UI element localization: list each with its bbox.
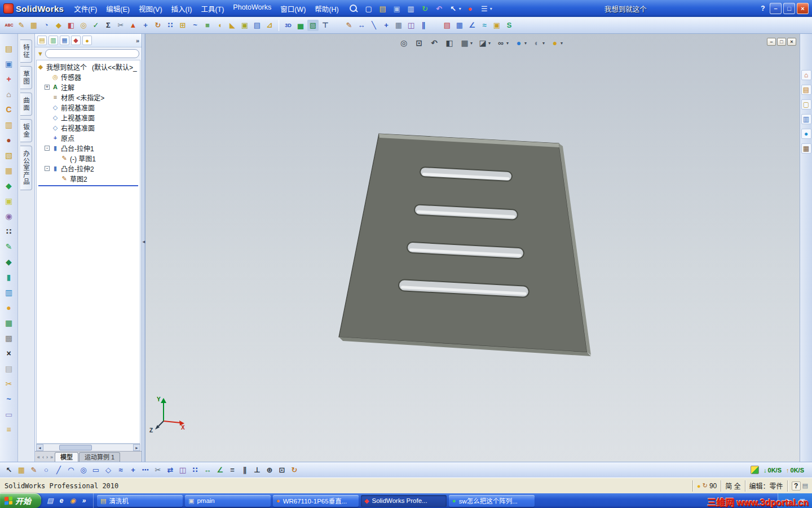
dimxpertmanager-tab-icon[interactable]: ◆: [71, 36, 81, 45]
start-button[interactable]: 开始: [0, 493, 41, 508]
arc-tool-icon[interactable]: C: [3, 104, 15, 115]
curve-icon[interactable]: ~: [189, 20, 201, 31]
sensor-icon[interactable]: ◎: [78, 20, 89, 31]
tray-icon-volume[interactable]: ◆: [785, 497, 789, 505]
equal-icon[interactable]: =: [227, 465, 238, 476]
tree-item[interactable]: ✎ (-) 草图1: [37, 153, 140, 163]
equations-icon[interactable]: Σ: [103, 20, 114, 31]
menu-item[interactable]: 插入(I): [167, 1, 197, 16]
tree-root-item[interactable]: ◆ 我想到就这个 (默认<<默认>_: [37, 62, 140, 72]
green-pencil-icon[interactable]: ✎: [3, 241, 15, 252]
parallel-icon[interactable]: ∥: [239, 465, 250, 476]
database-icon[interactable]: ▥: [3, 287, 15, 298]
rollback-bar[interactable]: [38, 185, 138, 186]
rotate-icon[interactable]: ↻: [152, 20, 164, 31]
tree-item[interactable]: ✎ 草图2: [37, 173, 140, 183]
clipboard-icon[interactable]: ▣: [3, 58, 15, 69]
mirror-entities-icon[interactable]: ◫: [405, 20, 417, 31]
doc-restore-button[interactable]: □: [777, 38, 786, 46]
point-tool-icon[interactable]: +: [127, 465, 139, 476]
offset-entities-icon[interactable]: ∥: [418, 20, 429, 31]
menu-item[interactable]: 编辑(E): [102, 1, 134, 16]
expander-icon[interactable]: -: [45, 146, 50, 151]
tray-icon-antivirus[interactable]: ●: [793, 497, 797, 504]
rectangle-icon[interactable]: ▭: [90, 465, 102, 476]
perpendicular-icon[interactable]: ⊥: [251, 465, 263, 476]
angle-icon[interactable]: ∠: [214, 465, 226, 476]
linear-pattern-icon[interactable]: ∷: [189, 465, 201, 476]
tree-filter-input[interactable]: [45, 49, 139, 58]
grid-snap-icon[interactable]: ▦: [16, 465, 27, 476]
displaymanager-tab-icon[interactable]: ●: [82, 36, 92, 45]
line-icon[interactable]: ╲: [368, 20, 379, 31]
maximize-button[interactable]: □: [783, 3, 795, 14]
view-orientation-icon[interactable]: ▦ ▾: [458, 37, 474, 49]
dimension-icon[interactable]: ↔: [202, 465, 213, 476]
curve2-icon[interactable]: ~: [3, 393, 15, 405]
comb-icon[interactable]: ≡: [3, 424, 15, 435]
expand-chevron-icon[interactable]: »: [80, 496, 89, 505]
cut-icon[interactable]: ✂: [115, 20, 126, 31]
internet-explorer-icon[interactable]: e: [57, 496, 66, 505]
exploded-view-icon[interactable]: ▤: [442, 20, 453, 31]
check-entity-icon[interactable]: ✓: [90, 20, 102, 31]
tree-item[interactable]: - ▮ 凸台-拉伸1: [37, 143, 140, 153]
command-tab[interactable]: 办公室产品: [20, 146, 32, 190]
menu-item[interactable]: 帮助(H): [310, 1, 343, 16]
smart-dimension-icon[interactable]: ↔: [356, 20, 367, 31]
record-macro-icon[interactable]: ●: [464, 2, 476, 15]
mirror-icon[interactable]: ◫: [177, 465, 188, 476]
shell-icon[interactable]: ▣: [239, 20, 250, 31]
tree-item[interactable]: + A 注解: [37, 82, 140, 92]
trim-tool-icon[interactable]: ✂: [3, 378, 15, 389]
new-part-icon[interactable]: ▤: [3, 43, 15, 54]
section-view-icon[interactable]: ◧: [443, 37, 456, 49]
tab-nav-icon[interactable]: ‹: [41, 453, 45, 462]
3d-sketch-icon[interactable]: 3D: [283, 20, 294, 31]
tab-nav-icon[interactable]: ›: [45, 453, 49, 462]
sketch-pencil-icon[interactable]: ✎: [343, 20, 355, 31]
line-tool-icon[interactable]: ╱: [53, 465, 64, 476]
drafting-standard-icon[interactable]: ⊤: [320, 20, 331, 31]
hide-show-items-icon[interactable]: ∞ ▾: [495, 37, 510, 49]
menu-item[interactable]: PhotoWorks: [228, 1, 276, 16]
menu-item[interactable]: 工具(T): [196, 1, 228, 16]
document-tab[interactable]: 模型: [55, 452, 78, 462]
palette-icon[interactable]: ▣: [3, 195, 15, 207]
zoom-fit-icon[interactable]: ◎: [398, 37, 410, 49]
select-icon[interactable]: ↖: [3, 465, 15, 476]
crate-icon[interactable]: ▦: [3, 165, 15, 176]
command-tab[interactable]: 草图: [20, 66, 32, 89]
tree-horizontal-scrollbar[interactable]: ◄ ►: [36, 444, 140, 451]
minimize-button[interactable]: –: [770, 3, 782, 14]
rib-icon[interactable]: ▤: [251, 20, 263, 31]
view-palette-icon[interactable]: ▥: [801, 114, 811, 124]
instant3d-icon[interactable]: ■: [202, 20, 213, 31]
doc-minimize-button[interactable]: –: [767, 38, 776, 46]
chart-icon[interactable]: ▅: [295, 20, 306, 31]
coincident-icon[interactable]: ⊕: [264, 465, 275, 476]
move-copy-icon[interactable]: +: [3, 73, 15, 85]
propertymanager-tab-icon[interactable]: ▥: [48, 36, 58, 45]
task-pmain[interactable]: ▣ pmain: [185, 495, 271, 507]
appearances-icon[interactable]: ●: [801, 129, 811, 139]
new-document-icon[interactable]: ▢: [363, 2, 375, 15]
tree-item[interactable]: ◇ 右视基准面: [37, 122, 140, 133]
more-tabs-icon[interactable]: »: [136, 37, 139, 44]
mailbox-icon[interactable]: ▥: [3, 119, 15, 130]
fix-icon[interactable]: ⊡: [276, 465, 288, 476]
tree-item[interactable]: ◇ 前视基准面: [37, 102, 140, 112]
search-icon[interactable]: [348, 3, 358, 14]
tray-icon-network[interactable]: ▣: [800, 497, 805, 505]
scroll-right-icon[interactable]: ►: [133, 444, 140, 451]
zoom-area-icon[interactable]: ⊡: [413, 37, 425, 49]
show-desktop-icon[interactable]: ▤: [46, 496, 55, 505]
blocks-icon[interactable]: ▣: [491, 20, 502, 31]
rebuild-icon[interactable]: ↻: [419, 2, 431, 15]
bug-icon[interactable]: ●: [3, 134, 15, 146]
tab-nav-icon[interactable]: «: [36, 453, 41, 462]
save-icon[interactable]: ▣: [391, 2, 403, 15]
barrel-icon[interactable]: ▮: [3, 271, 15, 283]
open-folder-icon[interactable]: ▤: [377, 2, 389, 15]
trim-entities-icon[interactable]: ✂: [152, 465, 164, 476]
